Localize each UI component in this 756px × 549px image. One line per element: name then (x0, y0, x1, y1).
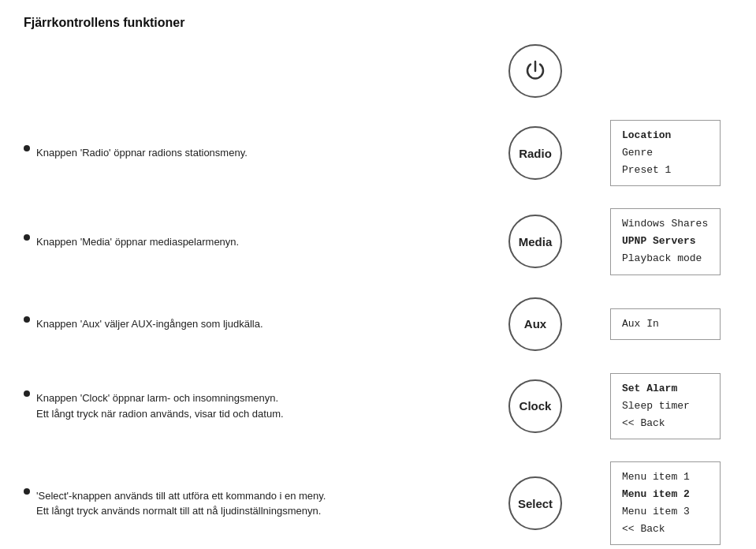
radio-button[interactable]: Radio (508, 126, 562, 180)
menu-item: Location (622, 127, 709, 144)
media-button[interactable]: Media (508, 215, 562, 268)
menu-item: << Back (622, 521, 709, 538)
bullet-clock (24, 390, 30, 397)
menu-item: Playback mode (622, 250, 709, 267)
button-col-radio: Radio (496, 126, 575, 180)
menu-item: Set Alarm (622, 380, 709, 398)
description-clock: Knappen 'Clock' öppnar larm- och insomni… (24, 390, 496, 421)
clock-button[interactable]: Clock (508, 379, 562, 433)
desc-text-clock: Knappen 'Clock' öppnar larm- och insomni… (36, 390, 284, 421)
description-aux: Knappen 'Aux' väljer AUX-ingången som lj… (24, 316, 496, 332)
select-button[interactable]: Select (508, 476, 562, 530)
menu-col-select: Menu item 1Menu item 2Menu item 3<< Back (598, 461, 732, 545)
page-title: Fjärrkontrollens funktioner (24, 16, 732, 30)
bullet-aux (24, 316, 30, 323)
menu-box-aux: Aux In (610, 308, 721, 340)
row-media: Knappen 'Media' öppnar mediaspelarmenyn.… (24, 208, 732, 274)
bullet-radio (24, 145, 30, 151)
description-select: 'Select'-knappen används till att utföra… (24, 488, 496, 519)
button-col-clock: Clock (496, 379, 575, 433)
row-power (24, 44, 732, 98)
button-col-select: Select (496, 476, 575, 530)
row-radio: Knappen 'Radio' öppnar radions stationsm… (24, 120, 732, 186)
row-aux: Knappen 'Aux' väljer AUX-ingången som lj… (24, 297, 732, 351)
desc-text-radio: Knappen 'Radio' öppnar radions stationsm… (36, 145, 248, 161)
menu-item: UPNP Servers (622, 233, 709, 250)
button-col-power (496, 44, 575, 98)
menu-col-clock: Set AlarmSleep timer<< Back (598, 373, 732, 439)
menu-item: Windows Shares (622, 215, 709, 233)
menu-box-clock: Set AlarmSleep timer<< Back (610, 373, 721, 439)
menu-item: Preset 1 (622, 162, 709, 179)
menu-box-media: Windows SharesUPNP ServersPlayback mode (610, 208, 721, 274)
aux-button[interactable]: Aux (508, 297, 562, 351)
menu-item: << Back (622, 415, 709, 432)
row-select: 'Select'-knappen används till att utföra… (24, 461, 732, 545)
button-col-media: Media (496, 215, 575, 268)
desc-text-media: Knappen 'Media' öppnar mediaspelarmenyn. (36, 234, 239, 250)
menu-item: Sleep timer (622, 398, 709, 415)
bullet-select (24, 488, 30, 495)
button-col-aux: Aux (496, 297, 575, 351)
menu-col-media: Windows SharesUPNP ServersPlayback mode (598, 208, 732, 274)
menu-item: Menu item 2 (622, 486, 709, 503)
desc-text-select: 'Select'-knappen används till att utföra… (36, 488, 326, 519)
menu-box-radio: LocationGenrePreset 1 (610, 120, 721, 186)
row-clock: Knappen 'Clock' öppnar larm- och insomni… (24, 373, 732, 439)
menu-box-select: Menu item 1Menu item 2Menu item 3<< Back (610, 461, 721, 545)
menu-item: Menu item 1 (622, 469, 709, 486)
power-button[interactable] (508, 44, 562, 98)
description-radio: Knappen 'Radio' öppnar radions stationsm… (24, 145, 496, 161)
menu-col-radio: LocationGenrePreset 1 (598, 120, 732, 186)
desc-text-aux: Knappen 'Aux' väljer AUX-ingången som lj… (36, 316, 263, 332)
menu-item: Genre (622, 144, 709, 162)
description-media: Knappen 'Media' öppnar mediaspelarmenyn. (24, 234, 496, 250)
menu-item: Menu item 3 (622, 503, 709, 521)
menu-item: Aux In (622, 316, 709, 333)
bullet-media (24, 234, 30, 241)
menu-col-aux: Aux In (598, 308, 732, 340)
power-icon (523, 58, 548, 84)
